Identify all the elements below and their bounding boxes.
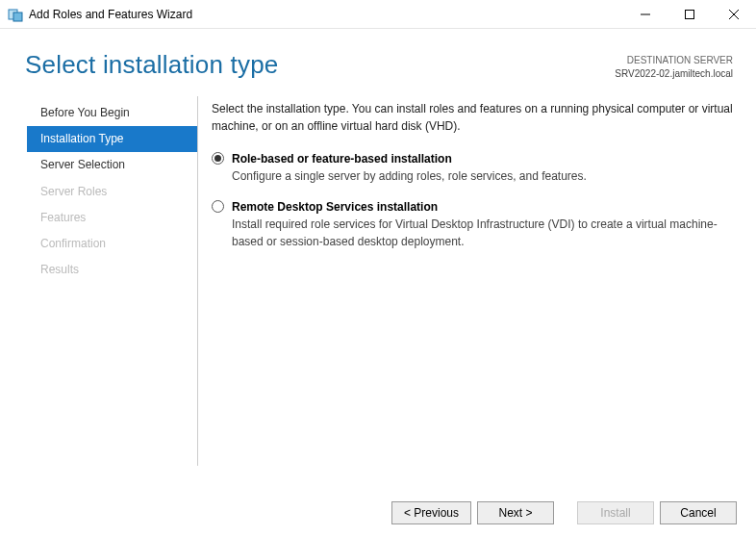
install-button: Install: [577, 501, 654, 524]
destination-block: DESTINATION SERVER SRV2022-02.jamiltech.…: [615, 54, 733, 81]
destination-server: SRV2022-02.jamiltech.local: [615, 67, 733, 81]
svg-rect-3: [686, 10, 694, 18]
close-button[interactable]: [712, 0, 756, 29]
sidebar-item-before-you-begin[interactable]: Before You Begin: [27, 100, 197, 126]
option-title: Role-based or feature-based installation: [232, 150, 587, 167]
sidebar-item-features: Features: [27, 205, 197, 231]
option-desc: Install required role services for Virtu…: [232, 216, 733, 250]
window-title: Add Roles and Features Wizard: [29, 8, 623, 21]
maximize-button[interactable]: [668, 0, 712, 29]
sidebar: Before You Begin Installation Type Serve…: [23, 96, 198, 466]
sidebar-item-server-roles: Server Roles: [27, 179, 197, 205]
app-icon: [8, 7, 23, 22]
radio-remote-desktop[interactable]: [212, 200, 224, 213]
intro-text: Select the installation type. You can in…: [212, 100, 733, 135]
header: Select installation type DESTINATION SER…: [4, 29, 752, 90]
sidebar-item-confirmation: Confirmation: [27, 231, 197, 257]
option-remote-desktop[interactable]: Remote Desktop Services installation Ins…: [212, 198, 733, 250]
sidebar-item-results: Results: [27, 257, 197, 283]
option-title: Remote Desktop Services installation: [232, 198, 733, 216]
svg-rect-1: [13, 13, 22, 21]
next-button[interactable]: Next >: [477, 501, 554, 524]
footer: < Previous Next > Install Cancel: [391, 501, 737, 524]
cancel-button[interactable]: Cancel: [660, 501, 737, 524]
titlebar: Add Roles and Features Wizard: [0, 0, 756, 29]
option-desc: Configure a single server by adding role…: [232, 167, 587, 185]
sidebar-item-installation-type[interactable]: Installation Type: [27, 126, 197, 152]
radio-role-based[interactable]: [212, 152, 224, 165]
destination-label: DESTINATION SERVER: [615, 54, 733, 67]
minimize-button[interactable]: [623, 0, 668, 29]
previous-button[interactable]: < Previous: [391, 501, 471, 524]
option-role-based[interactable]: Role-based or feature-based installation…: [212, 150, 733, 185]
main-panel: Select the installation type. You can in…: [198, 96, 752, 466]
page-title: Select installation type: [25, 50, 615, 80]
sidebar-item-server-selection[interactable]: Server Selection: [27, 152, 197, 178]
